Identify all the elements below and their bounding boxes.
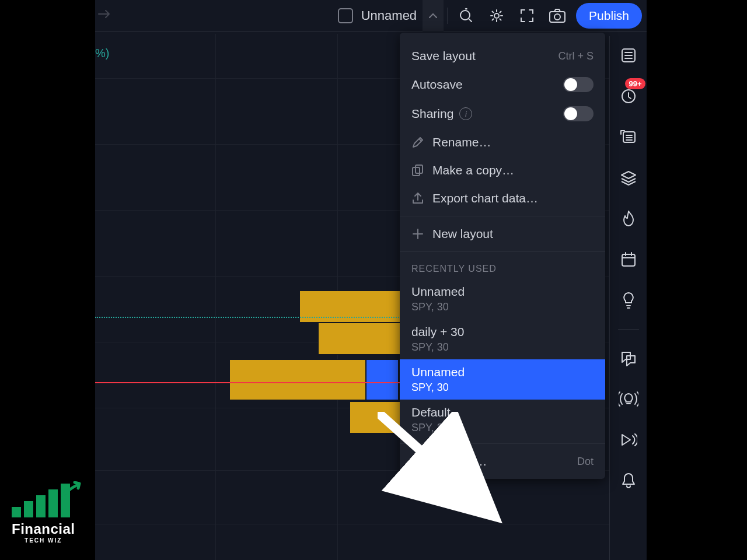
right-toolbar: 99+ xyxy=(609,36,647,560)
menu-label: Load layout… xyxy=(411,454,487,468)
menu-autosave-row: Autosave xyxy=(400,70,605,99)
settings-button[interactable] xyxy=(481,1,512,31)
shortcut-label: Dot xyxy=(577,456,594,468)
recent-sub: SPY, 30 xyxy=(411,422,594,434)
layers-button[interactable] xyxy=(616,166,641,190)
menu-separator xyxy=(400,251,605,252)
menu-sharing-row: Sharing i xyxy=(400,99,605,128)
chat-button[interactable] xyxy=(616,346,641,370)
recent-layout-item[interactable]: Unnamed SPY, 30 xyxy=(400,359,605,400)
menu-export-data[interactable]: Export chart data… xyxy=(400,184,605,212)
pencil-icon xyxy=(411,136,432,149)
ideas-button[interactable] xyxy=(616,288,641,313)
plus-icon xyxy=(411,228,432,240)
svg-point-1 xyxy=(494,13,499,18)
logo-subtitle: TECH WIZ xyxy=(12,537,75,544)
fullscreen-button[interactable] xyxy=(512,1,542,31)
poc-line xyxy=(95,317,410,318)
svg-rect-7 xyxy=(622,254,635,266)
app-frame: Unnamed Publish %) xyxy=(95,0,647,560)
publish-button[interactable]: Publish xyxy=(576,3,642,29)
menu-save-layout[interactable]: Save layout Ctrl + S xyxy=(400,42,605,70)
export-icon xyxy=(411,192,432,205)
recent-title: daily + 30 xyxy=(411,325,594,339)
rail-separator xyxy=(618,329,639,330)
streams-button[interactable] xyxy=(616,387,641,411)
calendar-button[interactable] xyxy=(616,247,641,272)
watchlist-button[interactable] xyxy=(616,43,641,68)
menu-label: Make a copy… xyxy=(432,163,514,177)
layout-name-label[interactable]: Unnamed xyxy=(361,8,417,23)
recent-sub: SPY, 30 xyxy=(411,341,594,354)
menu-label: New layout xyxy=(432,227,493,241)
recent-title: Default xyxy=(411,405,594,419)
topbar-separator xyxy=(447,8,448,24)
recent-layout-item[interactable]: daily + 30 SPY, 30 xyxy=(400,319,605,359)
menu-label: Save layout xyxy=(411,49,476,63)
menu-new-layout[interactable]: New layout xyxy=(400,220,605,248)
shortcut-label: Ctrl + S xyxy=(558,50,594,62)
info-icon[interactable]: i xyxy=(459,107,472,120)
alerts-count-badge: 99+ xyxy=(625,78,645,89)
volume-bar xyxy=(366,359,399,400)
topbar: Unnamed Publish xyxy=(95,0,647,32)
layout-dropdown-toggle[interactable] xyxy=(423,0,444,32)
copy-icon xyxy=(411,164,432,177)
trending-button[interactable] xyxy=(616,206,641,231)
menu-make-copy[interactable]: Make a copy… xyxy=(400,156,605,184)
svg-rect-2 xyxy=(550,12,565,22)
menu-load-layout[interactable]: Load layout… Dot xyxy=(400,447,605,475)
menu-label: Rename… xyxy=(432,135,491,149)
menu-separator xyxy=(400,216,605,216)
autosave-toggle[interactable] xyxy=(563,77,594,92)
alerts-button[interactable]: 99+ xyxy=(616,84,641,108)
recent-title: Unnamed xyxy=(411,285,594,299)
layout-grid-button[interactable] xyxy=(338,8,353,23)
recent-layout-item[interactable]: Default SPY, 30 xyxy=(400,400,605,440)
gridline xyxy=(215,34,216,560)
svg-point-3 xyxy=(554,14,560,20)
recently-used-header: RECENTLY USED xyxy=(400,256,605,279)
volume-bar xyxy=(229,359,366,400)
watermark-logo: Financial TECH WIZ xyxy=(12,484,75,544)
chevron-up-icon xyxy=(428,13,438,19)
indicator-value-fragment: %) xyxy=(95,47,109,60)
layout-menu: Save layout Ctrl + S Autosave Sharing i … xyxy=(400,33,605,479)
menu-label: Export chart data… xyxy=(432,191,538,205)
price-line xyxy=(95,382,410,383)
recent-sub: SPY, 30 xyxy=(411,301,594,313)
menu-label: Sharing xyxy=(411,107,453,121)
recent-title: Unnamed xyxy=(411,365,594,379)
redo-icon xyxy=(97,8,113,22)
sharing-toggle[interactable] xyxy=(563,106,594,121)
notifications-button[interactable] xyxy=(616,468,641,493)
quick-search-button[interactable] xyxy=(451,1,481,31)
snapshot-button[interactable] xyxy=(542,1,573,31)
menu-rename[interactable]: Rename… xyxy=(400,128,605,156)
logo-title: Financial xyxy=(12,521,75,537)
gridline xyxy=(95,524,647,524)
menu-separator xyxy=(400,443,605,444)
hotlists-button[interactable] xyxy=(616,125,641,149)
play-button[interactable] xyxy=(616,428,641,452)
recent-layout-item[interactable]: Unnamed SPY, 30 xyxy=(400,279,605,319)
recent-sub: SPY, 30 xyxy=(411,382,594,394)
menu-label: Autosave xyxy=(411,78,463,92)
